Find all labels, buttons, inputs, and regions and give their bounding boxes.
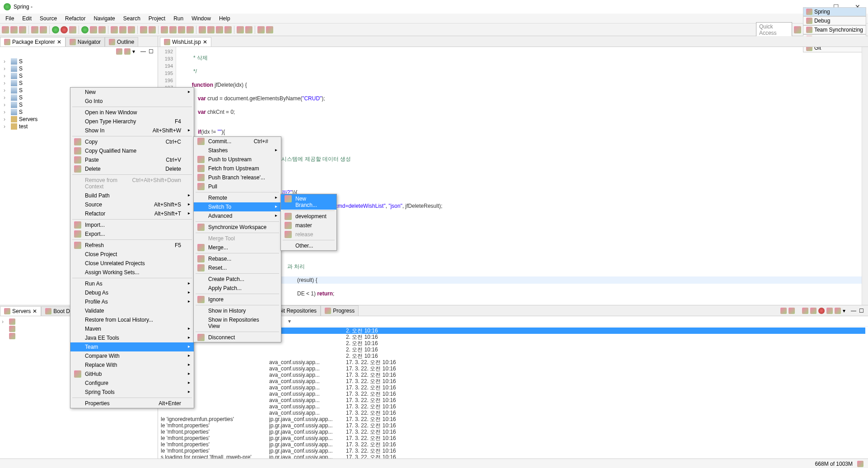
log-row[interactable]: le 'mfront.properties'jp.gr.java_conf.us… xyxy=(161,429,865,435)
menu-item-restore-from-local-history-[interactable]: Restore from Local History... xyxy=(70,315,194,324)
menu-help[interactable]: Help xyxy=(215,14,234,23)
menu-item-configure[interactable]: Configure xyxy=(70,379,194,388)
log-toolbar-icon[interactable] xyxy=(802,308,808,314)
menu-item-commit-[interactable]: Commit...Ctrl+# xyxy=(194,137,281,146)
quick-access-input[interactable]: Quick Access xyxy=(756,22,792,37)
toolbar-icon[interactable] xyxy=(178,26,185,33)
maximize-view-icon[interactable]: ☐ xyxy=(149,48,155,55)
log-row[interactable]: ava_conf.ussiy.app...17. 3. 22. 오전 10:16 xyxy=(161,403,865,410)
menu-item-create-patch-[interactable]: Create Patch... xyxy=(194,275,281,284)
menu-item-refresh[interactable]: RefreshF5 xyxy=(70,241,194,250)
menu-item-new[interactable]: New xyxy=(70,88,194,97)
close-icon[interactable]: ✕ xyxy=(57,39,61,45)
menu-item-fetch-from-upstream[interactable]: Fetch from Upstream xyxy=(194,164,281,173)
view-tab-servers[interactable]: Servers✕ xyxy=(0,306,41,316)
new-icon[interactable] xyxy=(2,26,9,33)
menu-item-close-unrelated-projects[interactable]: Close Unrelated Projects xyxy=(70,259,194,268)
menu-item-ignore[interactable]: Ignore xyxy=(194,295,281,304)
minimize-view-icon[interactable]: — xyxy=(851,308,857,314)
menu-item-maven[interactable]: Maven xyxy=(70,324,194,333)
menu-project[interactable]: Project xyxy=(145,14,169,23)
menu-item-disconnect[interactable]: Disconnect xyxy=(194,333,281,342)
menu-item-stashes[interactable]: Stashes xyxy=(194,146,281,155)
menu-item-build-path[interactable]: Build Path xyxy=(70,191,194,200)
log-row[interactable]: ava_conf.ussiy.app...17. 3. 22. 오전 10:16 xyxy=(161,391,865,397)
menu-item-github[interactable]: GitHub xyxy=(70,370,194,379)
log-row[interactable]: ava_conf.ussiy.app...17. 3. 22. 오전 10:16 xyxy=(161,384,865,391)
menu-run[interactable]: Run xyxy=(170,14,187,23)
log-row[interactable]: le 'ignoredreturnfun.properties'jp.gr.ja… xyxy=(161,416,865,422)
close-icon[interactable]: ✕ xyxy=(33,308,37,314)
log-row[interactable]: le 'mfront.properties'jp.gr.java_conf.us… xyxy=(161,422,865,429)
menu-navigate[interactable]: Navigate xyxy=(90,14,118,23)
menu-item-copy[interactable]: CopyCtrl+C xyxy=(70,137,194,146)
menu-item-reset-[interactable]: Reset... xyxy=(194,263,281,272)
toolbar-icon[interactable] xyxy=(52,26,59,33)
toolbar-icon[interactable] xyxy=(69,26,76,33)
menu-item-switch-to[interactable]: Switch To xyxy=(194,202,281,211)
view-menu-icon[interactable]: ▾ xyxy=(132,48,139,55)
save-all-icon[interactable] xyxy=(19,26,26,33)
menu-item-profile-as[interactable]: Profile As xyxy=(70,297,194,306)
open-perspective-icon[interactable] xyxy=(794,26,801,33)
gc-icon[interactable] xyxy=(857,461,863,467)
menu-item-synchronize-workspace[interactable]: Synchronize Workspace xyxy=(194,223,281,232)
menu-item-push-to-upstream[interactable]: Push to Upstream xyxy=(194,155,281,164)
log-row[interactable]: le 'mfront.properties'jp.gr.java_conf.us… xyxy=(161,441,865,448)
scrollbar[interactable] xyxy=(862,47,868,305)
menu-item-close-project[interactable]: Close Project xyxy=(70,250,194,259)
menu-item-import-[interactable]: Import... xyxy=(70,220,194,229)
menu-item-source[interactable]: SourceAlt+Shift+S xyxy=(70,200,194,209)
log-toolbar-icon[interactable] xyxy=(835,308,841,314)
log-row[interactable]: ava_conf.ussiy.app...17. 3. 22. 오전 10:16 xyxy=(161,397,865,403)
log-toolbar-icon[interactable] xyxy=(826,308,833,314)
perspective-spring[interactable]: Spring xyxy=(803,7,866,16)
view-tab-package-explorer[interactable]: Package Explorer✕ xyxy=(0,37,65,47)
debug-icon[interactable] xyxy=(90,26,97,33)
perspective-team-synchronizing[interactable]: Team Synchronizing xyxy=(803,25,866,34)
toolbar-icon[interactable] xyxy=(98,26,106,33)
menu-item-spring-tools[interactable]: Spring Tools xyxy=(70,388,194,397)
log-toolbar-icon[interactable] xyxy=(780,308,787,314)
toolbar-icon[interactable] xyxy=(237,26,244,33)
menu-item-show-in-repositories-view[interactable]: Show in Repositories View xyxy=(194,315,281,331)
menu-item-java-ee-tools[interactable]: Java EE Tools xyxy=(70,333,194,342)
menu-item-pull[interactable]: Pull xyxy=(194,182,281,191)
menu-item-rebase-[interactable]: Rebase... xyxy=(194,254,281,263)
menu-item-refactor[interactable]: RefactorAlt+Shift+T xyxy=(70,209,194,218)
menu-item-remote[interactable]: Remote xyxy=(194,193,281,202)
log-row[interactable]: le 'mfront.properties'jp.gr.java_conf.us… xyxy=(161,435,865,441)
menu-item-export-[interactable]: Export... xyxy=(70,229,194,239)
menu-item-advanced[interactable]: Advanced xyxy=(194,211,281,220)
toolbar-icon[interactable] xyxy=(161,26,168,33)
toolbar-icon[interactable] xyxy=(61,26,68,33)
menu-item-team[interactable]: Team xyxy=(70,342,194,351)
save-icon[interactable] xyxy=(10,26,18,33)
context-menu-switch-to[interactable]: New Branch...developmentmasterreleaseOth… xyxy=(280,194,337,251)
menu-item-master[interactable]: master xyxy=(281,221,336,230)
menu-item-replace-with[interactable]: Replace With xyxy=(70,360,194,370)
minimize-view-icon[interactable]: — xyxy=(140,48,147,55)
menu-item-open-in-new-window[interactable]: Open in New Window xyxy=(70,108,194,117)
view-tab-outline[interactable]: Outline xyxy=(105,37,138,47)
collapse-icon[interactable] xyxy=(116,48,122,55)
link-icon[interactable] xyxy=(124,48,131,55)
maximize-view-icon[interactable]: ☐ xyxy=(859,308,865,314)
menu-edit[interactable]: Edit xyxy=(19,14,35,23)
log-row[interactable]: 2. 오전 10:16 xyxy=(161,353,865,359)
view-tab-progress[interactable]: Progress xyxy=(321,305,359,316)
perspective-debug[interactable]: Debug xyxy=(803,16,866,25)
menu-window[interactable]: Window xyxy=(188,14,215,23)
menu-item-validate[interactable]: Validate xyxy=(70,306,194,315)
view-menu-icon[interactable]: ▾ xyxy=(843,308,849,314)
log-row[interactable]: 2. 오전 10:16 xyxy=(161,346,865,353)
forward-icon[interactable] xyxy=(266,26,273,33)
menu-item-other-[interactable]: Other... xyxy=(281,241,336,250)
toolbar-icon[interactable] xyxy=(40,26,47,33)
toolbar-icon[interactable] xyxy=(119,26,126,33)
menu-item-compare-with[interactable]: Compare With xyxy=(70,351,194,360)
error-log-table[interactable]: 2. 오전 10:162. 오전 10:162. 오전 10:162. 오전 1… xyxy=(158,327,868,459)
close-tab-icon[interactable]: ✕ xyxy=(203,39,207,45)
menu-file[interactable]: File xyxy=(2,14,18,23)
menu-item-merge-[interactable]: Merge... xyxy=(194,243,281,252)
